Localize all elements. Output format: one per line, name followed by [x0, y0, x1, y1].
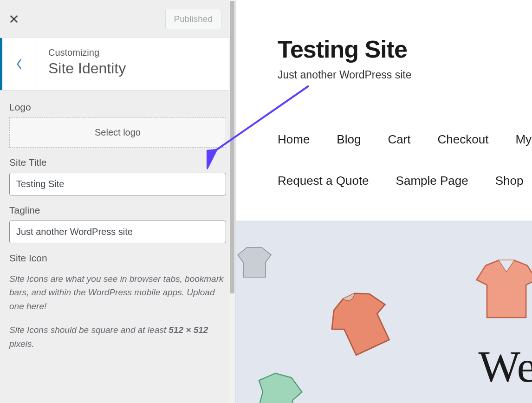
publish-button[interactable]: Published — [165, 9, 221, 29]
nav-item-blog[interactable]: Blog — [337, 132, 361, 147]
back-button[interactable] — [0, 38, 37, 90]
product-illustration — [318, 280, 404, 366]
product-illustration — [236, 244, 273, 281]
section-header: Customizing Site Identity — [0, 38, 235, 91]
tagline-label: Tagline — [9, 205, 226, 216]
close-icon — [9, 14, 19, 24]
product-illustration — [472, 258, 532, 323]
site-icon-label: Site Icon — [9, 253, 226, 264]
site-preview: Testing Site Just another WordPress site… — [236, 0, 532, 403]
preview-hero: We — [236, 221, 532, 403]
scrollbar[interactable] — [229, 0, 235, 403]
svg-marker-3 — [250, 370, 305, 403]
req-pre: Site Icons should be square and at least — [9, 325, 169, 335]
nav-item-home[interactable]: Home — [278, 132, 310, 147]
select-logo-button[interactable]: Select logo — [9, 117, 226, 148]
section-title: Site Identity — [48, 60, 224, 77]
logo-label: Logo — [9, 102, 226, 113]
site-icon-description: Site Icons are what you see in browser t… — [9, 272, 226, 313]
nav-item-sample-page[interactable]: Sample Page — [396, 174, 468, 188]
site-title-input[interactable] — [9, 173, 226, 195]
site-icon-requirement: Site Icons should be square and at least… — [9, 323, 226, 351]
req-dim: 512 × 512 — [169, 325, 208, 335]
nav-item-request-quote[interactable]: Request a Quote — [278, 174, 369, 188]
scroll-thumb[interactable] — [230, 1, 234, 293]
hero-heading: We — [478, 341, 532, 392]
breadcrumb: Customizing — [48, 47, 224, 58]
tagline-input[interactable] — [9, 221, 226, 243]
svg-marker-2 — [238, 247, 271, 277]
req-post: pixels. — [9, 339, 34, 349]
chevron-left-icon — [15, 58, 24, 71]
panel-top-bar: Published — [0, 0, 235, 38]
nav-item-shop[interactable]: Shop — [495, 174, 524, 188]
site-title-label: Site Title — [9, 157, 226, 168]
preview-tagline: Just another WordPress site — [278, 69, 532, 81]
nav-item-my[interactable]: My — [515, 132, 532, 147]
nav-item-cart[interactable]: Cart — [388, 132, 410, 147]
controls-area: Logo Select logo Site Title Tagline Site… — [0, 91, 235, 403]
product-illustration — [244, 363, 312, 403]
preview-nav: Home Blog Cart Checkout My Request a Quo… — [278, 132, 532, 188]
close-button[interactable] — [0, 0, 28, 38]
customizer-panel: Published Customizing Site Identity Logo… — [0, 0, 236, 403]
nav-item-checkout[interactable]: Checkout — [438, 132, 489, 147]
preview-site-title[interactable]: Testing Site — [278, 0, 532, 63]
